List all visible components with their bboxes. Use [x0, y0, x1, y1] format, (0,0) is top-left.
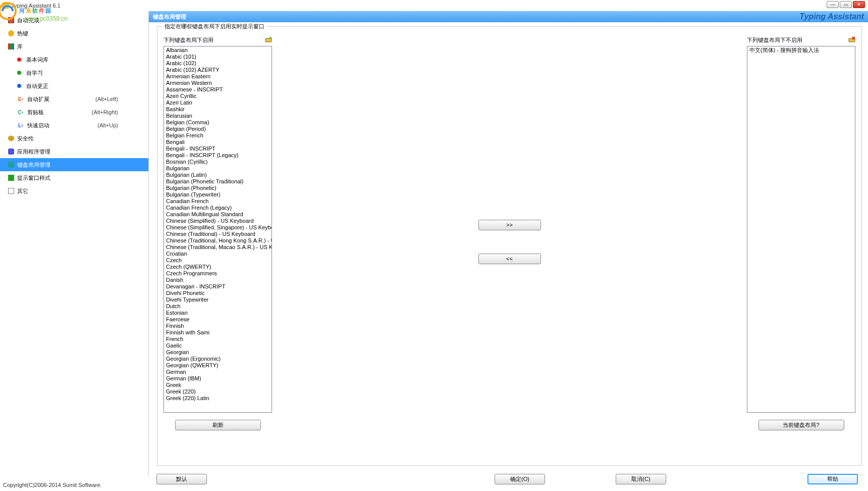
move-right-button[interactable]: >>	[478, 220, 541, 230]
sidebar-sub-quicklaunch[interactable]: L» 快速启动 (Alt+Up)	[0, 119, 148, 132]
list-item[interactable]: Finnish	[165, 323, 270, 329]
list-item[interactable]: Czech (QWERTY)	[165, 264, 270, 270]
list-item[interactable]: Canadian Multilingual Standard	[165, 211, 270, 218]
sidebar-item-library[interactable]: 库	[0, 40, 148, 53]
sidebar-item-app-management[interactable]: 应用程序管理	[0, 145, 148, 158]
sidebar-item-other[interactable]: 其它	[0, 184, 148, 198]
help-button[interactable]: 帮助	[807, 474, 858, 484]
list-item[interactable]: Finnish with Sami	[165, 329, 270, 336]
list-item[interactable]: Assamese - INSCRIPT	[165, 86, 270, 93]
list-item[interactable]: Bosnian (Cyrillic)	[165, 159, 270, 165]
list-item[interactable]: Divehi Phonetic	[165, 290, 270, 297]
sidebar-sub-autocorrect[interactable]: 自动更正	[0, 79, 148, 92]
list-item[interactable]: Georgian	[165, 349, 270, 356]
list-item[interactable]: Belgian (Period)	[165, 126, 270, 132]
sidebar-item-security[interactable]: 安全性	[0, 132, 148, 145]
list-item[interactable]: Chinese (Simplified) - US Keyboard	[165, 218, 270, 224]
maximize-button[interactable]: ▭	[840, 1, 852, 8]
refresh-button[interactable]: 刷新	[175, 420, 261, 430]
list-item[interactable]: Greek (220) Latin	[165, 395, 270, 402]
list-item[interactable]: Dutch	[165, 303, 270, 310]
list-item[interactable]: Canadian French (Legacy)	[165, 205, 270, 211]
sidebar-item-popup-style[interactable]: 提示窗口样式	[0, 171, 148, 184]
list-item[interactable]: Gaelic	[165, 342, 270, 349]
copyright-text: Copyright(C)2006-2014 Sumit Software.	[3, 482, 102, 488]
dot-icon	[17, 84, 21, 88]
list-item[interactable]: Canadian French	[165, 198, 270, 205]
list-item[interactable]: Faeroese	[165, 316, 270, 323]
list-item[interactable]: Czech	[165, 257, 270, 264]
list-item[interactable]: Devanagari - INSCRIPT	[165, 283, 270, 290]
ok-button[interactable]: 确定(O)	[495, 474, 545, 484]
list-item[interactable]: Bulgarian (Phonetic)	[165, 185, 270, 191]
list-item[interactable]: Azeri Cyrillic	[165, 93, 270, 100]
app-icon	[2, 2, 9, 9]
list-item[interactable]: Croatian	[165, 251, 270, 257]
list-item[interactable]: Belarusian	[165, 113, 270, 119]
quicklaunch-icon: L»	[17, 122, 24, 129]
sidebar-sub-autoexpand[interactable]: E» 自动扩展 (Alt+Left)	[0, 92, 148, 106]
list-item[interactable]: Arabic (101)	[165, 54, 270, 60]
close-button[interactable]: ✕	[853, 1, 865, 8]
list-item[interactable]: Chinese (Traditional, Macao S.A.R.) - US…	[165, 244, 270, 251]
list-item[interactable]: Georgian (Ergonomic)	[165, 356, 270, 362]
default-button[interactable]: 默认	[156, 474, 207, 484]
sidebar-sub-label: 自动更正	[26, 82, 48, 90]
disabled-layouts-listbox[interactable]: 中文(简体) - 搜狗拼音输入法	[747, 46, 855, 413]
current-layout-button[interactable]: 当前键盘布局?	[758, 420, 844, 430]
enabled-layouts-listbox[interactable]: AlbanianArabic (101)Arabic (102)Arabic (…	[164, 46, 272, 413]
list-item[interactable]: German (IBM)	[165, 375, 270, 382]
list-item[interactable]: Bengali - INSCRIPT (Legacy)	[165, 152, 270, 159]
sidebar-sub-self-learn[interactable]: 自学习	[0, 66, 148, 79]
list-item[interactable]: Bengali - INSCRIPT	[165, 145, 270, 152]
list-item[interactable]: Armenian Western	[165, 80, 270, 86]
library-icon	[7, 42, 15, 51]
list-item[interactable]: Czech Programmers	[165, 270, 270, 277]
list-item[interactable]: Bulgarian (Latin)	[165, 172, 270, 178]
list-item[interactable]: Armenian Eastern	[165, 73, 270, 80]
list-item[interactable]: Danish	[165, 277, 270, 283]
list-item[interactable]: Chinese (Traditional, Hong Kong S.A.R.) …	[165, 237, 270, 244]
list-item[interactable]: Bulgarian	[165, 165, 270, 172]
sidebar-item-autocomplete[interactable]: 自动完成	[0, 14, 148, 27]
shortcut-text: (Alt+Left)	[95, 96, 118, 102]
dot-icon	[17, 58, 21, 62]
clipboard-icon: C»	[17, 109, 24, 116]
list-item[interactable]: Belgian (Comma)	[165, 119, 270, 126]
list-item[interactable]: Georgian (QWERTY)	[165, 362, 270, 369]
list-item[interactable]: 中文(简体) - 搜狗拼音输入法	[748, 47, 854, 54]
minimize-button[interactable]: —	[827, 1, 839, 8]
dot-icon	[17, 71, 21, 75]
window-title: Typing Assistant 6.1	[11, 3, 61, 9]
list-item[interactable]: Arabic (102) AZERTY	[165, 67, 270, 73]
list-item[interactable]: Bulgarian (Typewriter)	[165, 191, 270, 198]
content-header: 键盘布局管理 Typing Assistant	[149, 11, 868, 22]
sidebar-item-keyboard-layout[interactable]: 键盘布局管理	[0, 158, 148, 171]
move-left-button[interactable]: <<	[478, 254, 541, 264]
list-item[interactable]: Albanian	[165, 47, 270, 54]
disabled-layouts-header: 下列键盘布局下不启用	[747, 36, 802, 44]
list-item[interactable]: Azeri Latin	[165, 100, 270, 106]
sidebar-sub-clipboard[interactable]: C» 剪贴板 (Alt+Right)	[0, 106, 148, 119]
list-item[interactable]: Greek	[165, 382, 270, 388]
svg-point-2	[269, 37, 272, 39]
list-item[interactable]: Bashkir	[165, 106, 270, 113]
window-controls: — ▭ ✕	[827, 1, 865, 8]
list-item[interactable]: French	[165, 336, 270, 342]
list-item[interactable]: Bulgarian (Phonetic Traditional)	[165, 178, 270, 185]
sidebar-sub-basic-dict[interactable]: 基本词库	[0, 53, 148, 66]
list-item[interactable]: Belgian French	[165, 132, 270, 139]
list-item[interactable]: Divehi Typewriter	[165, 297, 270, 303]
cancel-button[interactable]: 取消(C)	[616, 474, 666, 484]
list-item[interactable]: Chinese (Traditional) - US Keyboard	[165, 231, 270, 237]
sidebar-sub-label: 自动扩展	[27, 95, 49, 103]
sidebar-label: 提示窗口样式	[17, 174, 50, 182]
sidebar-item-hotkeys[interactable]: 热键	[0, 27, 148, 40]
list-item[interactable]: Estonian	[165, 310, 270, 316]
list-item[interactable]: Bengali	[165, 139, 270, 145]
list-item[interactable]: Greek (220)	[165, 388, 270, 395]
keyboard-enabled-icon	[265, 36, 272, 43]
list-item[interactable]: German	[165, 369, 270, 375]
list-item[interactable]: Arabic (102)	[165, 60, 270, 67]
list-item[interactable]: Chinese (Simplified, Singapore) - US Key…	[165, 224, 270, 231]
